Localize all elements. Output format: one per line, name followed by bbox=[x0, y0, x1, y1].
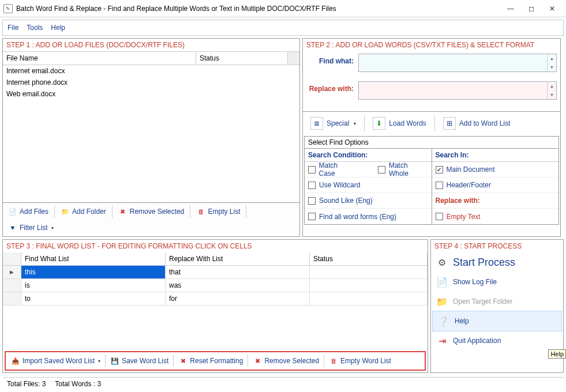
empty-icon: 🗑 bbox=[329, 356, 338, 365]
col-status-header[interactable]: Status bbox=[310, 252, 428, 265]
download-icon: ⬇ bbox=[373, 117, 385, 130]
menu-help[interactable]: Help bbox=[51, 24, 65, 32]
find-cell[interactable]: this bbox=[21, 266, 166, 278]
total-words-label: Total Words : 3 bbox=[55, 380, 101, 388]
label: Load Words bbox=[389, 119, 426, 127]
find-what-input[interactable]: ▲▼ bbox=[358, 54, 557, 72]
label: Import Saved Word List bbox=[23, 357, 95, 365]
col-header-filename[interactable]: File Name bbox=[3, 52, 196, 65]
find-cell[interactable]: is bbox=[21, 279, 166, 292]
empty-text-checkbox[interactable] bbox=[436, 213, 443, 220]
list-icon: ≣ bbox=[310, 117, 323, 130]
open-target-folder-button[interactable]: 📁 Open Target Folder bbox=[431, 292, 563, 311]
file-row[interactable]: Internet email.docx bbox=[3, 65, 299, 77]
word-forms-checkbox[interactable] bbox=[308, 213, 316, 220]
remove-icon: ✖ bbox=[253, 356, 262, 365]
label: Add Files bbox=[20, 208, 48, 216]
row-indicator-icon: ▶ bbox=[3, 266, 21, 278]
step4-panel: STEP 4 : START PROCESS ⚙ Start Process 📄… bbox=[430, 239, 564, 373]
help-button[interactable]: ❔ Help bbox=[432, 311, 562, 331]
label: Open Target Folder bbox=[453, 297, 512, 306]
header-footer-label: Header/Footer bbox=[447, 181, 491, 189]
label: Special bbox=[327, 119, 349, 127]
sound-like-label: Sound Like (Eng) bbox=[319, 197, 373, 205]
header-footer-checkbox[interactable] bbox=[436, 182, 443, 189]
minimize-button[interactable]: — bbox=[500, 2, 521, 16]
empty-word-list-button[interactable]: 🗑Empty Word List bbox=[325, 353, 395, 368]
add-folder-button[interactable]: 📁Add Folder bbox=[57, 204, 110, 219]
label: Save Word List bbox=[122, 357, 168, 365]
menu-bar: File Tools Help bbox=[2, 20, 564, 36]
gear-icon: ⚙ bbox=[436, 256, 448, 269]
match-whole-checkbox[interactable] bbox=[378, 166, 385, 174]
replace-with-input[interactable]: ▲▼ bbox=[358, 81, 557, 100]
replace-cell[interactable]: was bbox=[166, 279, 310, 292]
import-word-list-button[interactable]: 📥Import Saved Word List▾ bbox=[7, 353, 104, 368]
add-to-word-list-button[interactable]: ⊞Add to Word List bbox=[438, 114, 516, 133]
close-button[interactable]: ✕ bbox=[542, 2, 563, 16]
show-log-button[interactable]: 📄 Show Log File bbox=[431, 272, 563, 292]
file-row[interactable]: Internet phone.docx bbox=[3, 77, 299, 88]
word-list-grid[interactable]: Find What List Replace With List Status … bbox=[3, 252, 428, 349]
file-row[interactable]: Web email.docx bbox=[3, 88, 299, 100]
spin-down-icon[interactable]: ▼ bbox=[548, 91, 556, 99]
step1-toolbar: 📄Add Files 📁Add Folder ✖Remove Selected … bbox=[3, 202, 299, 236]
word-row[interactable]: is was bbox=[3, 279, 428, 292]
add-files-button[interactable]: 📄Add Files bbox=[4, 204, 53, 219]
step3-title: STEP 3 : FINAL WORD LIST - FOR EDITING F… bbox=[3, 240, 428, 252]
status-cell[interactable] bbox=[310, 292, 428, 305]
sound-like-checkbox[interactable] bbox=[308, 197, 316, 205]
word-row[interactable]: ▶ this that bbox=[3, 266, 428, 279]
step2-panel: STEP 2 : ADD OR LOAD WORDS (CSV/TXT FILE… bbox=[302, 38, 561, 237]
save-word-list-button[interactable]: 💾Save Word List bbox=[106, 353, 173, 368]
add-list-icon: ⊞ bbox=[443, 117, 456, 130]
col-replace-header[interactable]: Replace With List bbox=[166, 252, 310, 265]
word-row[interactable]: to for bbox=[3, 292, 428, 306]
empty-list-button[interactable]: 🗑Empty List bbox=[192, 204, 244, 219]
replace-cell[interactable]: for bbox=[166, 292, 310, 305]
find-cell[interactable]: to bbox=[21, 292, 166, 305]
label: Empty List bbox=[208, 208, 240, 216]
title-bar: ✎ Batch Word Find & Replace - Find and R… bbox=[0, 0, 566, 17]
use-wildcard-checkbox[interactable] bbox=[308, 182, 316, 189]
quit-button[interactable]: ⇥ Quit Application bbox=[431, 331, 563, 350]
window-title: Batch Word Find & Replace - Find and Rep… bbox=[16, 5, 500, 13]
spin-down-icon[interactable]: ▼ bbox=[548, 63, 556, 71]
empty-text-label: Empty Text bbox=[447, 213, 481, 221]
step3-toolbar: 📥Import Saved Word List▾ 💾Save Word List… bbox=[5, 351, 426, 371]
menu-tools[interactable]: Tools bbox=[27, 24, 43, 32]
start-process-button[interactable]: ⚙ Start Process bbox=[431, 252, 563, 272]
file-grid[interactable]: File Name Status Internet email.docx Int… bbox=[3, 51, 299, 202]
remove-selected-button[interactable]: ✖Remove Selected bbox=[114, 204, 189, 219]
folder-icon: 📁 bbox=[61, 207, 70, 216]
status-cell[interactable] bbox=[310, 266, 428, 278]
find-options-panel: Select Find Options Search Condition: Ma… bbox=[304, 136, 559, 225]
reset-formatting-button[interactable]: ✖Reset Formatting bbox=[174, 353, 247, 368]
label: Filter List bbox=[20, 224, 48, 232]
label: Add to Word List bbox=[459, 119, 511, 127]
col-header-status[interactable]: Status bbox=[196, 52, 288, 65]
maximize-button[interactable]: ◻ bbox=[521, 2, 542, 16]
remove-icon: ✖ bbox=[118, 207, 128, 216]
match-case-checkbox[interactable] bbox=[308, 166, 316, 174]
empty-icon: 🗑 bbox=[196, 207, 205, 216]
import-icon: 📥 bbox=[11, 356, 20, 365]
help-tooltip: Help bbox=[548, 349, 566, 359]
step4-title: STEP 4 : START PROCESS bbox=[431, 240, 563, 252]
filter-list-button[interactable]: ▼Filter List▾ bbox=[4, 220, 58, 235]
main-document-label: Main Document bbox=[447, 165, 495, 174]
spin-up-icon[interactable]: ▲ bbox=[548, 54, 556, 63]
step2-toolbar: ≣Special▾ ⬇Load Words ⊞Add to Word List bbox=[303, 111, 560, 135]
label: Show Log File bbox=[453, 278, 497, 286]
spin-up-icon[interactable]: ▲ bbox=[548, 82, 556, 91]
load-words-button[interactable]: ⬇Load Words bbox=[368, 114, 431, 133]
replace-cell[interactable]: that bbox=[166, 266, 310, 278]
menu-file[interactable]: File bbox=[8, 24, 18, 32]
main-document-checkbox[interactable]: ✔ bbox=[436, 166, 443, 174]
col-find-header[interactable]: Find What List bbox=[21, 252, 166, 265]
help-icon: ❔ bbox=[437, 315, 450, 327]
remove-selected-word-button[interactable]: ✖Remove Selected bbox=[249, 353, 323, 368]
special-button[interactable]: ≣Special▾ bbox=[305, 114, 361, 133]
step3-panel: STEP 3 : FINAL WORD LIST - FOR EDITING F… bbox=[2, 239, 428, 373]
status-cell[interactable] bbox=[310, 279, 428, 292]
